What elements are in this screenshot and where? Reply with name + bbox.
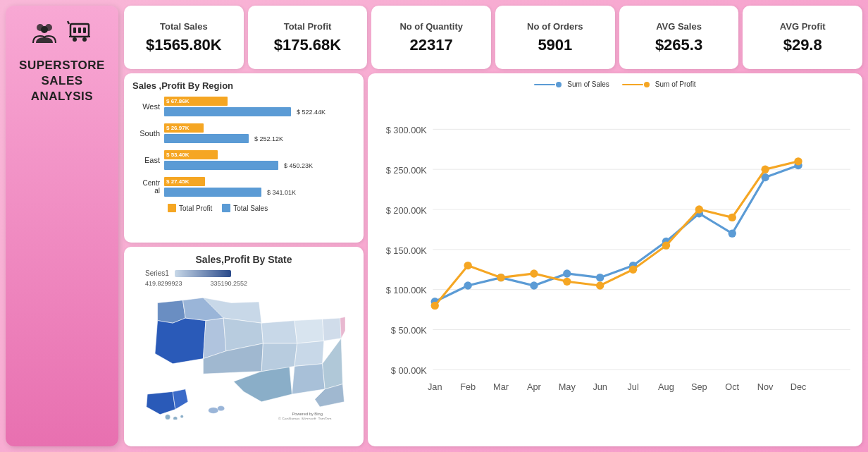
bar-region-east: East $ 53.40K $ 450.23K bbox=[132, 150, 355, 170]
kpi-orders-label: No of Orders bbox=[527, 21, 583, 32]
svg-point-15 bbox=[209, 408, 218, 414]
svg-point-12 bbox=[165, 415, 170, 420]
kpi-orders-value: 5901 bbox=[538, 36, 572, 54]
svg-rect-4 bbox=[73, 28, 76, 33]
line-chart-panel: Sum of Sales Sum of Profit $ 300.00K $ 2… bbox=[368, 73, 862, 446]
people-icon bbox=[30, 18, 59, 48]
kpi-total-sales-label: Total Sales bbox=[160, 21, 208, 32]
svg-text:Jul: Jul bbox=[627, 381, 638, 392]
svg-point-48 bbox=[530, 281, 538, 289]
svg-point-61 bbox=[563, 278, 571, 286]
bar-chart-title: Sales ,Profit By Region bbox=[132, 80, 355, 91]
kpi-orders: No of Orders 5901 bbox=[495, 6, 615, 69]
svg-point-9 bbox=[82, 37, 87, 42]
bar-chart-legend: Total Profit Total Sales bbox=[168, 204, 355, 212]
svg-point-49 bbox=[563, 269, 571, 277]
svg-text:Mar: Mar bbox=[493, 381, 509, 392]
svg-text:$ 100.00K: $ 100.00K bbox=[386, 285, 428, 295]
legend-profit: Total Profit bbox=[179, 204, 212, 212]
charts-row: Sales ,Profit By Region West $ 67.86K bbox=[124, 73, 862, 446]
svg-text:$ 300.00K: $ 300.00K bbox=[386, 125, 428, 135]
svg-point-8 bbox=[73, 37, 77, 42]
kpi-avg-sales: AVG Sales $265.3 bbox=[619, 6, 739, 69]
svg-point-50 bbox=[596, 274, 604, 281]
svg-point-65 bbox=[695, 205, 703, 213]
svg-text:$ 250.00K: $ 250.00K bbox=[386, 165, 428, 176]
dashboard: SUPERSTORE SALES ANALYSIS Total Sales $1… bbox=[0, 0, 868, 452]
svg-text:$ 150.00K: $ 150.00K bbox=[386, 245, 428, 256]
map-title: Sales,Profit By State bbox=[196, 254, 292, 265]
svg-point-54 bbox=[728, 229, 736, 237]
kpi-quantity-label: No of Quantity bbox=[399, 21, 463, 32]
kpi-avg-profit: AVG Profit $29.8 bbox=[743, 6, 862, 69]
kpi-row: Total Sales $1565.80K Total Profit $175.… bbox=[124, 6, 862, 69]
svg-text:Apr: Apr bbox=[527, 381, 542, 392]
svg-point-67 bbox=[761, 165, 769, 173]
line-legend-sales: Sum of Sales bbox=[567, 80, 609, 88]
svg-text:Feb: Feb bbox=[460, 381, 476, 392]
kpi-total-sales-value: $1565.80K bbox=[146, 36, 222, 54]
map-panel: Sales,Profit By State Series1 419.829992… bbox=[124, 247, 364, 446]
svg-text:$ 00.00K: $ 00.00K bbox=[391, 365, 428, 376]
svg-point-64 bbox=[662, 241, 670, 249]
svg-text:Aug: Aug bbox=[658, 381, 674, 392]
legend-sales: Total Sales bbox=[233, 204, 268, 212]
bar-region-central: Central $ 27.45K $ 341.01K bbox=[132, 177, 355, 197]
sidebar: SUPERSTORE SALES ANALYSIS bbox=[6, 6, 118, 446]
kpi-total-profit-value: $175.68K bbox=[274, 36, 341, 54]
svg-point-63 bbox=[629, 266, 637, 274]
kpi-total-sales: Total Sales $1565.80K bbox=[124, 6, 244, 69]
svg-point-60 bbox=[530, 269, 538, 277]
svg-text:Oct: Oct bbox=[725, 381, 739, 392]
map-series-label: Series1 bbox=[145, 269, 169, 277]
svg-text:May: May bbox=[559, 381, 576, 392]
bar-region-south: South $ 26.97K $ 252.12K bbox=[132, 123, 355, 143]
svg-point-14 bbox=[180, 415, 183, 418]
kpi-avg-profit-value: $29.8 bbox=[783, 36, 822, 54]
kpi-total-profit: Total Profit $175.68K bbox=[248, 6, 368, 69]
line-chart-legend: Sum of Sales Sum of Profit bbox=[375, 80, 855, 88]
svg-point-16 bbox=[218, 406, 225, 411]
map-legend-row: Series1 bbox=[145, 269, 231, 277]
svg-point-46 bbox=[464, 281, 471, 289]
svg-text:$ 200.00K: $ 200.00K bbox=[386, 205, 428, 216]
bar-chart-panel: Sales ,Profit By Region West $ 67.86K bbox=[124, 73, 364, 243]
kpi-total-profit-label: Total Profit bbox=[284, 21, 332, 32]
svg-line-7 bbox=[68, 21, 69, 24]
svg-point-57 bbox=[431, 302, 439, 310]
cart-icon bbox=[65, 18, 94, 48]
svg-rect-5 bbox=[78, 28, 81, 33]
sidebar-title: SUPERSTORE SALES ANALYSIS bbox=[19, 58, 105, 104]
svg-point-13 bbox=[173, 417, 178, 420]
kpi-avg-sales-value: $265.3 bbox=[655, 36, 702, 54]
svg-point-59 bbox=[497, 274, 504, 281]
kpi-avg-sales-label: AVG Sales bbox=[656, 21, 702, 32]
line-chart-svg-wrapper: $ 300.00K $ 250.00K $ 200.00K $ 150.00K … bbox=[375, 94, 855, 439]
map-legend-values: 419.8299923 335190.2552 bbox=[145, 280, 247, 287]
svg-text:© GeoNames, Microsoft, TomTom: © GeoNames, Microsoft, TomTom bbox=[278, 417, 331, 420]
main-content: Total Sales $1565.80K Total Profit $175.… bbox=[124, 0, 868, 452]
kpi-avg-profit-label: AVG Profit bbox=[780, 21, 826, 32]
bar-region-west: West $ 67.86K $ 522.4 bbox=[132, 97, 355, 116]
svg-text:Sep: Sep bbox=[691, 381, 707, 392]
left-charts: Sales ,Profit By Region West $ 67.86K bbox=[124, 73, 364, 446]
svg-text:Jun: Jun bbox=[593, 381, 607, 392]
kpi-quantity-value: 22317 bbox=[410, 36, 453, 54]
svg-point-58 bbox=[464, 262, 471, 269]
svg-point-68 bbox=[794, 157, 802, 165]
svg-text:Nov: Nov bbox=[757, 381, 774, 392]
line-legend-profit: Sum of Profit bbox=[655, 80, 696, 88]
svg-point-66 bbox=[728, 214, 736, 221]
sidebar-icons bbox=[30, 18, 94, 48]
svg-text:Powered by Bing: Powered by Bing bbox=[292, 412, 322, 416]
line-chart-svg: $ 300.00K $ 250.00K $ 200.00K $ 150.00K … bbox=[375, 94, 855, 439]
svg-text:Dec: Dec bbox=[790, 381, 807, 392]
svg-rect-6 bbox=[83, 28, 86, 33]
kpi-quantity: No of Quantity 22317 bbox=[371, 6, 491, 69]
map-legend-val2: 335190.2552 bbox=[211, 280, 248, 287]
us-map: Powered by Bing © GeoNames, Microsoft, T… bbox=[138, 293, 349, 420]
map-legend-gradient bbox=[175, 270, 231, 277]
map-legend-val1: 419.8299923 bbox=[145, 280, 182, 287]
svg-point-62 bbox=[596, 281, 604, 289]
svg-text:Jan: Jan bbox=[428, 381, 442, 392]
